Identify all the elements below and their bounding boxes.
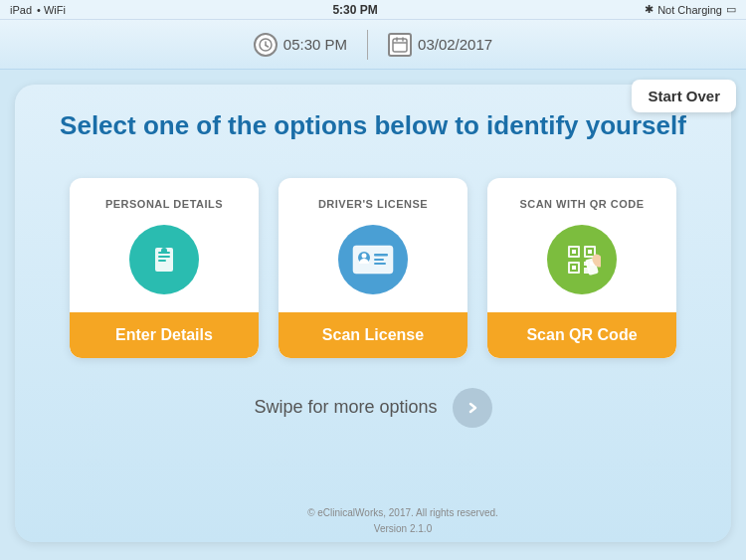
svg-rect-9 — [158, 256, 170, 258]
personal-details-icon-circle — [129, 225, 199, 294]
qr-code-icon-circle — [547, 225, 617, 294]
scan-qr-button[interactable]: Scan QR Code — [487, 312, 676, 358]
drivers-license-icon-circle — [338, 225, 408, 294]
svg-rect-15 — [374, 259, 384, 261]
status-right: ✱ Not Charging ▭ — [645, 3, 736, 16]
footer-copyright: © eClinicalWorks, 2017. All rights reser… — [45, 505, 746, 521]
page-title: Select one of the options below to ident… — [45, 109, 701, 143]
scan-license-button[interactable]: Scan License — [279, 312, 467, 358]
svg-rect-16 — [374, 263, 386, 265]
enter-details-button[interactable]: Enter Details — [70, 312, 259, 358]
ipad-label: iPad — [10, 4, 32, 16]
header-date: 03/02/2017 — [418, 36, 492, 53]
qr-code-label: SCAN WITH QR CODE — [519, 198, 644, 210]
swipe-text: Swipe for more options — [254, 397, 437, 418]
header-bar: 05:30 PM 03/02/2017 — [0, 20, 746, 70]
not-charging-label: Not Charging — [657, 4, 722, 16]
svg-point-17 — [362, 253, 367, 258]
header-time-section: 05:30 PM — [254, 33, 347, 57]
calendar-icon — [388, 33, 412, 57]
wifi-icon: • WiFi — [37, 4, 66, 16]
header-time: 05:30 PM — [283, 36, 347, 53]
status-center: 5:30 PM — [332, 3, 377, 17]
footer: © eClinicalWorks, 2017. All rights reser… — [45, 505, 746, 537]
svg-rect-3 — [393, 39, 407, 52]
svg-point-11 — [161, 248, 167, 254]
svg-rect-20 — [572, 250, 576, 254]
start-over-button[interactable]: Start Over — [632, 80, 736, 112]
main-content: Start Over Select one of the options bel… — [15, 85, 731, 542]
personal-details-label: PERSONAL DETAILS — [105, 198, 223, 210]
battery-icon: ▭ — [726, 3, 736, 16]
personal-details-card: PERSONAL DETAILS Enter Details — [70, 178, 259, 358]
svg-rect-26 — [572, 266, 576, 270]
svg-rect-10 — [158, 260, 166, 262]
swipe-area: Swipe for more options — [45, 388, 701, 428]
status-time: 5:30 PM — [332, 3, 377, 17]
header-date-section: 03/02/2017 — [388, 33, 492, 57]
svg-rect-23 — [588, 250, 592, 254]
header-divider — [367, 30, 368, 60]
svg-line-2 — [266, 45, 269, 47]
clock-icon — [254, 33, 278, 57]
drivers-license-label: DRIVER'S LICENSE — [318, 198, 428, 210]
bluetooth-icon: ✱ — [645, 3, 653, 16]
status-bar: iPad • WiFi 5:30 PM ✱ Not Charging ▭ — [0, 0, 746, 20]
qr-code-card: SCAN WITH QR CODE — [487, 178, 676, 358]
svg-rect-14 — [374, 254, 388, 257]
footer-version: Version 2.1.0 — [45, 521, 746, 537]
cards-container: PERSONAL DETAILS Enter Details DRIVER'S … — [45, 178, 701, 358]
person-document-icon — [146, 242, 182, 278]
drivers-license-card: DRIVER'S LICENSE Scan License — [279, 178, 467, 358]
swipe-arrow-button[interactable] — [453, 388, 492, 428]
status-left: iPad • WiFi — [10, 4, 66, 16]
qr-scan-icon — [563, 241, 601, 279]
license-icon — [352, 245, 394, 275]
